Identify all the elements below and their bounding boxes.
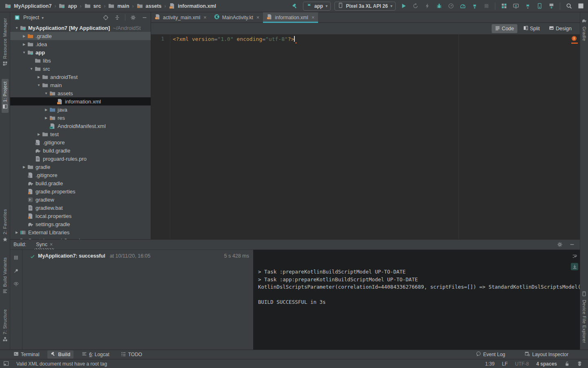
tree-item-myapplication7-my-application-[interactable]: ▼MyApplication7 [My Application]~/Androi…: [10, 24, 151, 32]
tree-item-scratches-and-consoles[interactable]: ▶Scratches and Consoles: [10, 236, 151, 239]
stripe-button-7-structure[interactable]: 7: Structure: [2, 307, 9, 346]
stripe-button-resource-manager[interactable]: Resource Manager: [2, 16, 9, 70]
tree-item-java[interactable]: ▶java: [10, 105, 151, 114]
tree-item-res[interactable]: ▶res: [10, 114, 151, 122]
expanded-arrow-icon[interactable]: ▼: [28, 67, 35, 71]
gear-icon[interactable]: [556, 241, 564, 248]
breadcrumb-item-main[interactable]: main: [107, 3, 130, 9]
view-button-design[interactable]: Design: [546, 24, 575, 33]
stop-icon[interactable]: [482, 2, 490, 10]
tree-item-external-libraries[interactable]: ▶External Libraries: [10, 228, 151, 236]
tree-item-local.properties[interactable]: local.properties: [10, 212, 151, 220]
tree-item-build.gradle[interactable]: build.gradle: [10, 146, 151, 155]
view-button-code[interactable]: Code: [492, 24, 517, 33]
collapsed-arrow-icon[interactable]: ▶: [21, 165, 27, 169]
pin-icon[interactable]: [13, 267, 20, 274]
gear-icon[interactable]: [129, 14, 137, 21]
indent-setting[interactable]: 4 spaces: [536, 361, 557, 367]
caret-position[interactable]: 1:39: [485, 361, 494, 367]
breadcrumb-item-assets[interactable]: assets: [136, 3, 163, 9]
breadcrumb-item-information.xml[interactable]: <>information.xml: [168, 3, 217, 9]
minimize-icon[interactable]: [568, 241, 576, 248]
tree-item-app[interactable]: ▼app: [10, 48, 151, 56]
build-result-row[interactable]: MyApplication7: successful at 10/11/20, …: [22, 250, 253, 350]
file-encoding[interactable]: UTF-8: [515, 361, 529, 367]
close-icon[interactable]: ×: [50, 242, 53, 247]
tree-item-settings.gradle[interactable]: settings.gradle: [10, 220, 151, 228]
tool-button-event-log[interactable]: Event Log: [472, 350, 508, 359]
line-separator[interactable]: LF: [502, 361, 508, 367]
lock-open-icon[interactable]: [564, 361, 570, 366]
tool-button-todo[interactable]: TODO: [118, 350, 145, 359]
tree-item-.gradle[interactable]: ▶.gradle: [10, 32, 151, 40]
soft-wrap-icon[interactable]: [571, 252, 578, 260]
device-select[interactable]: Pixel 3a XL API 26▾: [334, 2, 396, 11]
view-button-split[interactable]: Split: [520, 24, 543, 33]
debug-icon[interactable]: [435, 2, 443, 10]
run-config-select[interactable]: app▾: [303, 2, 331, 11]
search-everywhere-icon[interactable]: [565, 2, 573, 10]
tree-item-.gitignore[interactable]: .gitignore: [10, 171, 151, 179]
editor-tab-activity-main.xml[interactable]: <>activity_main.xml×: [151, 12, 210, 22]
error-badge[interactable]: !: [572, 36, 577, 41]
tree-item-gradlew.bat[interactable]: gradlew.bat: [10, 204, 151, 212]
expanded-arrow-icon[interactable]: ▼: [36, 83, 42, 87]
minimize-icon[interactable]: [141, 14, 148, 21]
stripe-button-1-project[interactable]: 1: Project: [2, 79, 9, 113]
tree-item-gradle.properties[interactable]: gradle.properties: [10, 187, 151, 195]
collapsed-arrow-icon[interactable]: ▶: [43, 108, 49, 112]
chevron-down-icon[interactable]: ▾: [42, 16, 44, 20]
tool-button-terminal[interactable]: Terminal: [10, 350, 42, 359]
close-icon[interactable]: ×: [256, 14, 260, 20]
tree-item-gradle[interactable]: ▶gradle: [10, 163, 151, 171]
build-tab-sync[interactable]: Sync ×: [34, 240, 54, 249]
collapsed-arrow-icon[interactable]: ▶: [21, 34, 27, 38]
tree-item-assets[interactable]: ▼assets: [10, 89, 151, 97]
highlighting-level-icon[interactable]: [577, 361, 582, 366]
breadcrumb-item-MyApplication7[interactable]: MyApplication7: [4, 3, 52, 9]
stripe-button-build-variants[interactable]: Build Variants: [2, 255, 9, 298]
profile-icon[interactable]: [459, 2, 467, 10]
rerun-icon[interactable]: [411, 2, 419, 10]
expanded-arrow-icon[interactable]: ▼: [21, 51, 27, 54]
tree-item-main[interactable]: ▼main: [10, 81, 151, 89]
profiler-attach-icon[interactable]: [447, 2, 455, 10]
tree-item-src[interactable]: ▼src: [10, 65, 151, 73]
tree-item-build.gradle[interactable]: build.gradle: [10, 179, 151, 187]
stripe-button-2-favorites[interactable]: 2: Favorites: [2, 206, 9, 245]
tree-item-androidtest[interactable]: ▶androidTest: [10, 73, 151, 81]
collapse-all-icon[interactable]: [114, 14, 121, 21]
filter-grid-icon[interactable]: [13, 254, 20, 261]
editor-tab-mainactivity.kt[interactable]: MainActivity.kt×: [210, 12, 263, 22]
tree-item-proguard-rules.pro[interactable]: proguard-rules.pro: [10, 155, 151, 163]
build-hammer-icon[interactable]: [291, 2, 299, 10]
close-icon[interactable]: ×: [311, 14, 315, 20]
tree-item-information.xml[interactable]: <>information.xml: [10, 97, 151, 105]
tree-item-libs[interactable]: libs: [10, 56, 151, 65]
project-structure-icon[interactable]: [500, 2, 508, 10]
tree-item-gradlew[interactable]: gradlew: [10, 195, 151, 204]
stripe-button-gradle[interactable]: Gradle: [581, 16, 588, 43]
error-stripe-mark[interactable]: [571, 43, 578, 44]
tree-item-.gitignore[interactable]: .gitignore: [10, 138, 151, 146]
expanded-arrow-icon[interactable]: ▼: [13, 26, 20, 30]
apply-changes-icon[interactable]: [423, 2, 431, 10]
close-icon[interactable]: ×: [203, 14, 207, 20]
breadcrumb-item-app[interactable]: app: [58, 3, 78, 9]
editor-content[interactable]: 1 <?xml version="1.0" encoding="utf-8"?>…: [151, 34, 580, 239]
tool-button-6-logcat[interactable]: 6: Logcat: [78, 350, 112, 359]
stripe-button-device-file-explorer[interactable]: Device File Explorer: [581, 289, 588, 346]
device-manager-icon[interactable]: [535, 2, 543, 10]
eye-icon[interactable]: [13, 280, 20, 287]
device-push-icon[interactable]: [547, 2, 555, 10]
breadcrumb-item-src[interactable]: src: [84, 3, 102, 9]
sdk-manager-icon[interactable]: [523, 2, 532, 10]
notification-square-icon[interactable]: [577, 2, 585, 10]
tool-button-build[interactable]: Build: [47, 350, 74, 359]
tree-item-androidmanifest.xml[interactable]: MFAndroidManifest.xml: [10, 122, 151, 130]
editor-tab-information.xml[interactable]: <>information.xml×: [263, 12, 318, 22]
collapsed-arrow-icon[interactable]: ▶: [36, 132, 42, 136]
tree-item-.idea[interactable]: ▶.idea: [10, 40, 151, 48]
collapsed-arrow-icon[interactable]: ▶: [43, 116, 49, 120]
locate-icon[interactable]: [102, 14, 109, 21]
